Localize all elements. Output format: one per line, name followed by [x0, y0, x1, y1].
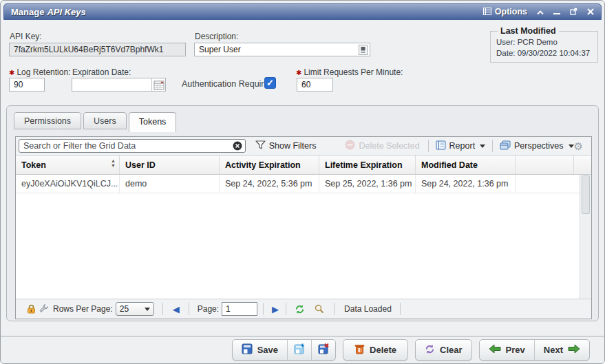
trash-icon	[354, 343, 365, 356]
grid-search-wrap	[19, 139, 246, 153]
cell-empty	[516, 175, 580, 193]
cell-lifetime-expiration: Sep 25, 2022, 1:36 pm	[319, 175, 416, 193]
next-page-icon[interactable]: ▶	[272, 305, 279, 314]
options-button[interactable]: Options	[483, 6, 527, 18]
limit-requests-label: ✱Limit Requests Per Minute:	[296, 67, 403, 77]
toolbar-separator	[428, 140, 429, 152]
tab-tokens[interactable]: Tokens	[129, 112, 177, 132]
options-list-icon	[483, 6, 491, 18]
authentication-required-label: Authentication Required:	[182, 79, 276, 89]
magnifier-icon[interactable]	[315, 304, 324, 314]
chevron-up-icon	[537, 6, 544, 18]
title-controls: Options	[483, 6, 594, 18]
prev-button[interactable]: Prev	[480, 340, 534, 360]
save-button-group: Save	[232, 339, 336, 361]
tab-permissions[interactable]: Permissions	[14, 112, 81, 129]
save-button[interactable]: Save	[233, 340, 287, 360]
select-caret-icon	[145, 308, 150, 311]
last-modified-fieldset: Last Modified User: PCR Demo Date: 09/30…	[490, 25, 598, 63]
save-close-icon	[318, 343, 329, 356]
delete-button-group: Delete	[343, 339, 408, 361]
column-header-scroll-spacer	[574, 156, 591, 174]
api-key-label: API Key:	[10, 32, 42, 41]
log-retention-field[interactable]	[9, 78, 45, 92]
last-modified-date: Date: 09/30/2022 10:04:37	[496, 47, 593, 58]
last-modified-legend: Last Modified	[498, 25, 559, 36]
footer-buttons: Save Delete	[232, 339, 590, 361]
manage-api-keys-window: ManageAPI Keys Options	[0, 0, 605, 364]
required-marker: ✱	[9, 69, 14, 76]
grid-scrollbar[interactable]	[580, 175, 591, 299]
limit-requests-field[interactable]	[297, 78, 333, 92]
popout-button[interactable]	[570, 6, 577, 18]
expiration-date-field[interactable]	[72, 78, 151, 91]
field-tool-icon[interactable]	[358, 44, 368, 55]
grid-search-input[interactable]	[19, 139, 246, 153]
prev-next-button-group: Prev Next	[479, 339, 590, 361]
page-label: Page:	[198, 304, 219, 314]
tokens-grid: Show Filters Delete Selected Report	[15, 136, 592, 319]
show-filters-button[interactable]: Show Filters	[255, 140, 317, 151]
report-label: Report	[449, 141, 476, 151]
perspectives-button[interactable]: Perspectives	[500, 140, 574, 152]
page-input[interactable]	[222, 302, 257, 316]
column-header-modified-date[interactable]: Modified Date	[416, 156, 516, 174]
api-key-field[interactable]	[9, 43, 186, 56]
description-field[interactable]	[195, 43, 358, 56]
column-header-token[interactable]: Token	[16, 156, 120, 174]
rows-per-page-select[interactable]: 25	[116, 302, 154, 316]
grid-toolbar: Show Filters Delete Selected Report	[16, 137, 591, 156]
next-arrow-icon	[568, 344, 580, 356]
required-marker-2: ✱	[296, 69, 301, 76]
tab-strip: Permissions Users Tokens	[14, 112, 176, 132]
wrench-icon[interactable]	[39, 304, 49, 314]
popout-icon	[570, 6, 577, 18]
show-filters-label: Show Filters	[269, 141, 317, 151]
titlebar: ManageAPI Keys Options	[3, 3, 602, 20]
title-prefix: Manage	[11, 7, 44, 17]
perspectives-label: Perspectives	[514, 141, 564, 151]
sort-icon[interactable]	[111, 158, 116, 168]
perspectives-caret-icon	[569, 144, 574, 148]
prev-page-icon[interactable]: ◀	[173, 305, 180, 314]
title-emphasis: API Keys	[47, 7, 85, 17]
prev-arrow-icon	[489, 344, 501, 356]
pager-separator-3	[263, 303, 264, 315]
delete-selected-label: Delete Selected	[359, 141, 419, 151]
next-button[interactable]: Next	[534, 340, 589, 360]
column-header-empty	[516, 156, 574, 174]
collapse-button[interactable]	[537, 6, 544, 18]
save-icon	[242, 343, 253, 356]
grid-header: Token User ID Activity Expiration Lifeti…	[16, 156, 591, 175]
column-header-activity-expiration[interactable]: Activity Expiration	[220, 156, 319, 174]
description-field-wrap	[194, 43, 370, 56]
refresh-icon[interactable]	[295, 304, 305, 314]
cell-user-id: demo	[120, 175, 220, 193]
save-new-button[interactable]	[287, 340, 311, 360]
report-button[interactable]: Report	[436, 140, 486, 152]
delete-button[interactable]: Delete	[343, 340, 407, 360]
gear-icon[interactable]: ⚙	[574, 141, 583, 151]
scrollbar-thumb[interactable]	[582, 175, 590, 214]
expiration-date-label: Expiration Date:	[72, 67, 131, 77]
last-modified-user: User: PCR Demo	[496, 36, 593, 47]
table-row[interactable]: eyJ0eXAiOiJKV1QiLCJ... demo Sep 24, 2022…	[16, 175, 580, 193]
close-button[interactable]	[587, 6, 594, 18]
tab-users[interactable]: Users	[83, 112, 127, 129]
column-header-user-id[interactable]: User ID	[120, 156, 220, 174]
column-header-lifetime-expiration[interactable]: Lifetime Expiration	[319, 156, 416, 174]
minimize-button[interactable]	[553, 6, 560, 18]
clear-button[interactable]: Clear	[416, 340, 471, 360]
authentication-required-checkbox[interactable]	[264, 77, 276, 89]
clear-search-icon[interactable]	[233, 141, 242, 151]
description-label: Description:	[195, 32, 238, 41]
data-loaded-status: Data Loaded	[344, 304, 392, 314]
window-title: ManageAPI Keys	[11, 7, 86, 17]
lock-icon[interactable]	[27, 304, 36, 314]
toolbar-separator-2	[492, 140, 493, 152]
clear-button-group: Clear	[415, 339, 472, 361]
calendar-icon[interactable]	[151, 78, 165, 91]
save-close-button[interactable]	[311, 340, 335, 360]
minimize-icon	[553, 6, 560, 18]
rows-per-page-label: Rows Per Page:	[53, 304, 113, 314]
